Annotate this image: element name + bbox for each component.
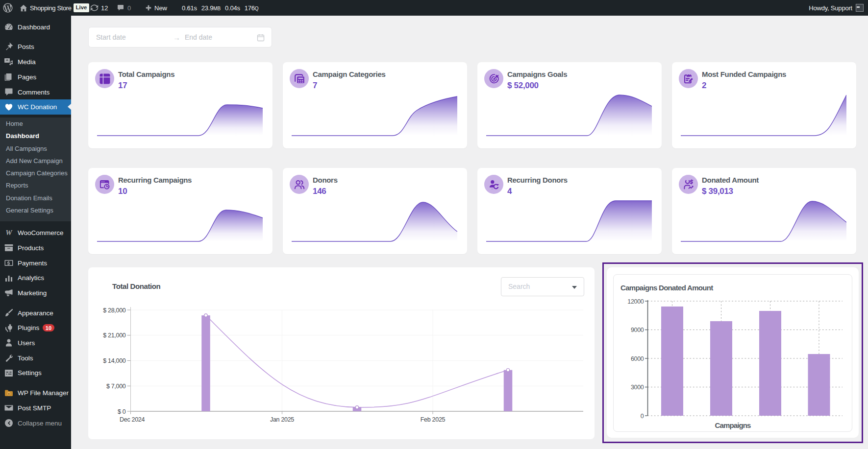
svg-text:12000: 12000 — [627, 298, 644, 305]
svg-text:$ 21,000: $ 21,000 — [103, 332, 126, 339]
svg-text:9000: 9000 — [631, 327, 644, 333]
svg-text:Feb 2025: Feb 2025 — [421, 416, 446, 423]
svg-text:3000: 3000 — [631, 384, 644, 391]
svg-text:Jan 2025: Jan 2025 — [270, 416, 294, 423]
svg-text:$ 7,000: $ 7,000 — [106, 383, 126, 390]
svg-text:$ 14,000: $ 14,000 — [103, 357, 126, 364]
svg-text:w: w — [7, 392, 10, 395]
svg-text:0: 0 — [641, 413, 644, 420]
svg-text:W: W — [5, 229, 13, 236]
svg-text:$ 0: $ 0 — [118, 408, 126, 415]
svg-text:6000: 6000 — [631, 355, 644, 362]
svg-text:$ 28,000: $ 28,000 — [103, 307, 126, 314]
svg-text:Dec 2024: Dec 2024 — [120, 416, 145, 423]
